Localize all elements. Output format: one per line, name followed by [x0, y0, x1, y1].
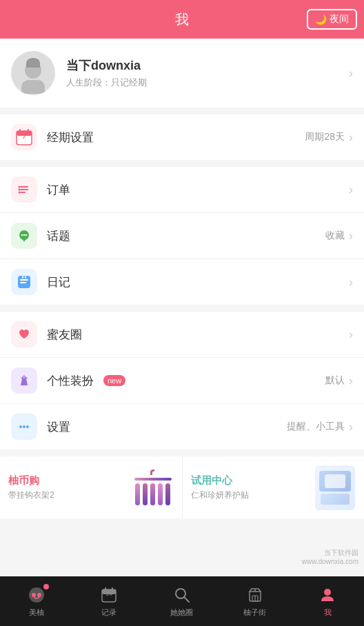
section-period: 7 经期设置 周期28天 ›: [0, 114, 364, 160]
topic-collect-text: 收藏: [325, 230, 345, 242]
svg-point-9: [19, 186, 21, 188]
menu-item-period[interactable]: 7 经期设置 周期28天 ›: [0, 114, 364, 160]
svg-rect-6: [20, 186, 28, 188]
menu-left-settings: 设置: [11, 414, 70, 440]
menu-item-diary[interactable]: 日记 ›: [0, 259, 364, 305]
diary-label: 日记: [47, 274, 70, 290]
banner-trial-text: 试用中心 仁和珍妍养护贴: [191, 474, 310, 501]
menu-item-topic[interactable]: 话题 收藏 ›: [0, 213, 364, 259]
svg-point-24: [23, 376, 26, 378]
svg-rect-8: [20, 192, 26, 193]
night-mode-button[interactable]: 🌙 夜间: [307, 9, 357, 30]
nav-item-record[interactable]: 14 记录: [73, 576, 146, 626]
svg-rect-7: [20, 189, 28, 190]
menu-item-settings[interactable]: 设置 提醒、小工具 ›: [0, 404, 364, 450]
nav-item-street[interactable]: 柚子街: [219, 576, 292, 626]
svg-rect-18: [20, 279, 28, 281]
period-cycle-text: 周期28天: [305, 131, 345, 143]
svg-point-11: [19, 192, 21, 194]
period-chevron: ›: [349, 130, 353, 145]
menu-left-period: 7 经期设置: [11, 124, 94, 150]
settings-tools-text: 提醒、小工具: [287, 421, 345, 433]
banner-shop-title: 柚币购: [8, 474, 127, 487]
friends-icon: [11, 321, 37, 347]
night-mode-label: 夜间: [330, 13, 349, 26]
dress-chevron: ›: [349, 374, 353, 388]
menu-left-diary: 日记: [11, 269, 70, 295]
svg-point-28: [26, 425, 29, 428]
circle-icon: [172, 585, 192, 605]
svg-point-27: [23, 425, 26, 428]
svg-point-16: [26, 234, 27, 236]
banner-shop-image: [132, 465, 174, 510]
dress-icon: [11, 367, 37, 394]
svg-rect-19: [20, 282, 26, 283]
profile-left: 当下downxia 人生阶段：只记经期: [11, 51, 147, 95]
dress-label: 个性装扮: [47, 373, 94, 389]
settings-chevron: ›: [349, 420, 353, 434]
svg-text:7: 7: [22, 133, 26, 140]
friends-label: 蜜友圈: [47, 327, 82, 343]
diary-icon: [11, 269, 37, 295]
settings-label: 设置: [47, 419, 70, 435]
profile-chevron: ›: [349, 66, 353, 81]
banner-trial-title: 试用中心: [191, 474, 310, 487]
period-icon: 7: [11, 124, 37, 150]
topic-label: 话题: [47, 228, 70, 244]
nav-circle-label: 她她圈: [170, 607, 193, 618]
watermark: 当下软件园 www.downxia.com: [302, 548, 358, 565]
menu-left-order: 订单: [11, 176, 70, 203]
banner-item-shop[interactable]: 柚币购 带挂钩衣架2: [0, 456, 183, 518]
nav-street-label: 柚子街: [243, 607, 266, 618]
watermark-line2: www.downxia.com: [302, 558, 358, 565]
dress-right: 默认 ›: [325, 374, 353, 388]
avatar: [11, 51, 55, 95]
section-extra: 蜜友圈 › 个性装扮 new 默认 ›: [0, 312, 364, 450]
order-icon: [11, 176, 37, 203]
svg-line-38: [184, 597, 189, 602]
header-title: 我: [175, 10, 189, 29]
svg-point-31: [37, 593, 41, 597]
new-badge: new: [103, 375, 125, 386]
svg-point-41: [324, 589, 331, 596]
settings-right: 提醒、小工具 ›: [287, 420, 353, 434]
nav-item-me[interactable]: 我: [291, 576, 364, 626]
profile-info: 当下downxia 人生阶段：只记经期: [66, 57, 147, 89]
profile-section[interactable]: 当下downxia 人生阶段：只记经期 ›: [0, 39, 364, 108]
profile-subtitle: 人生阶段：只记经期: [66, 77, 147, 89]
svg-point-26: [19, 425, 22, 428]
svg-point-10: [19, 189, 21, 191]
order-right: ›: [349, 183, 353, 197]
svg-point-29: [29, 587, 44, 603]
topic-right: 收藏 ›: [325, 229, 353, 243]
order-chevron: ›: [349, 183, 353, 197]
nav-me-label: 我: [324, 607, 332, 618]
nav-item-circle[interactable]: 她她圈: [145, 576, 219, 626]
svg-point-14: [21, 234, 23, 236]
menu-item-dress[interactable]: 个性装扮 new 默认 ›: [0, 358, 364, 404]
banner-shop-subtitle: 带挂钩衣架2: [8, 489, 127, 501]
svg-text:14: 14: [106, 591, 112, 597]
banner-item-trial[interactable]: 试用中心 仁和珍妍养护贴: [183, 456, 365, 518]
svg-point-30: [32, 593, 36, 597]
watermark-line1: 当下软件园: [324, 548, 358, 558]
banner-trial-subtitle: 仁和珍妍养护贴: [191, 489, 310, 501]
menu-item-order[interactable]: 订单 ›: [0, 167, 364, 213]
banner-section: 柚币购 带挂钩衣架2 试用中心 仁和珍妍养护贴: [0, 456, 364, 518]
app-header: 我 🌙 夜间: [0, 0, 364, 39]
nav-item-meiyou[interactable]: 美柚: [0, 576, 73, 626]
menu-item-friends[interactable]: 蜜友圈 ›: [0, 312, 364, 358]
topic-chevron: ›: [349, 229, 353, 243]
diary-right: ›: [349, 275, 353, 290]
section-main: 订单 › 话题 收藏 ›: [0, 167, 364, 305]
menu-left-topic: 话题: [11, 223, 70, 249]
diary-chevron: ›: [349, 275, 353, 290]
banner-trial-image: [314, 465, 356, 510]
bottom-nav: 美柚 14 记录 她她圈: [0, 576, 364, 626]
street-icon: [245, 585, 265, 605]
period-right: 周期28天 ›: [305, 130, 353, 145]
menu-left-friends: 蜜友圈: [11, 321, 82, 347]
me-icon: [318, 585, 337, 605]
meiyou-icon: [27, 585, 46, 605]
settings-icon: [11, 414, 37, 440]
